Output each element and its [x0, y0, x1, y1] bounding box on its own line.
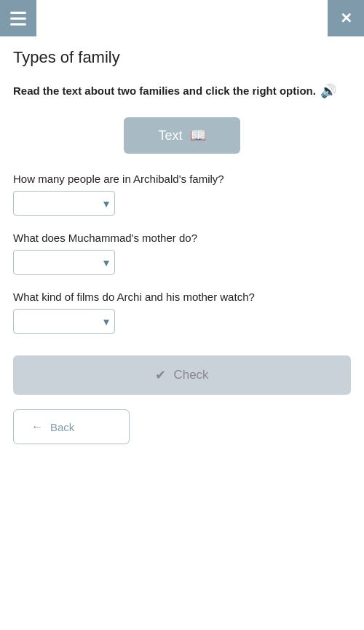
- arrow-left-icon: ←: [31, 420, 43, 433]
- question-3-select[interactable]: Comedy Action Horror Drama: [13, 309, 115, 334]
- page-content: Types of family Read the text about two …: [0, 36, 364, 456]
- question-3-label: What kind of films do Archi and his moth…: [13, 289, 351, 304]
- back-button-container: ← Back: [13, 409, 351, 444]
- page-title: Types of family: [13, 48, 351, 67]
- question-1-group: How many people are in Archibald's famil…: [13, 171, 351, 216]
- check-button[interactable]: ✔ Check: [13, 355, 351, 395]
- text-button-container: Text 📖: [13, 117, 351, 154]
- question-1-label: How many people are in Archibald's famil…: [13, 171, 351, 186]
- check-button-label: Check: [173, 368, 208, 382]
- checkmark-icon: ✔: [155, 367, 166, 383]
- text-button-label: Text: [158, 128, 182, 143]
- question-1-select[interactable]: 2 3 4 5 6: [13, 191, 115, 216]
- question-2-label: What does Muchammad's mother do?: [13, 230, 351, 245]
- question-3-dropdown-wrapper: Comedy Action Horror Drama ▾: [13, 309, 115, 334]
- top-bar: ✕: [0, 0, 364, 36]
- hamburger-icon: [10, 12, 26, 25]
- menu-button[interactable]: [0, 0, 36, 36]
- question-2-dropdown-wrapper: Doctor Teacher Engineer Nurse ▾: [13, 250, 115, 275]
- book-icon: 📖: [190, 127, 206, 143]
- back-button[interactable]: ← Back: [13, 409, 130, 444]
- close-button[interactable]: ✕: [328, 0, 364, 36]
- check-button-container: ✔ Check: [13, 355, 351, 395]
- question-2-select[interactable]: Doctor Teacher Engineer Nurse: [13, 250, 115, 275]
- instruction-label: Read the text about two families and cli…: [13, 83, 316, 100]
- text-button[interactable]: Text 📖: [124, 117, 240, 154]
- question-2-group: What does Muchammad's mother do? Doctor …: [13, 230, 351, 275]
- instruction-text: Read the text about two families and cli…: [13, 82, 351, 101]
- speaker-icon[interactable]: 🔊: [320, 82, 336, 101]
- question-3-group: What kind of films do Archi and his moth…: [13, 289, 351, 334]
- back-button-label: Back: [50, 421, 74, 433]
- question-1-dropdown-wrapper: 2 3 4 5 6 ▾: [13, 191, 115, 216]
